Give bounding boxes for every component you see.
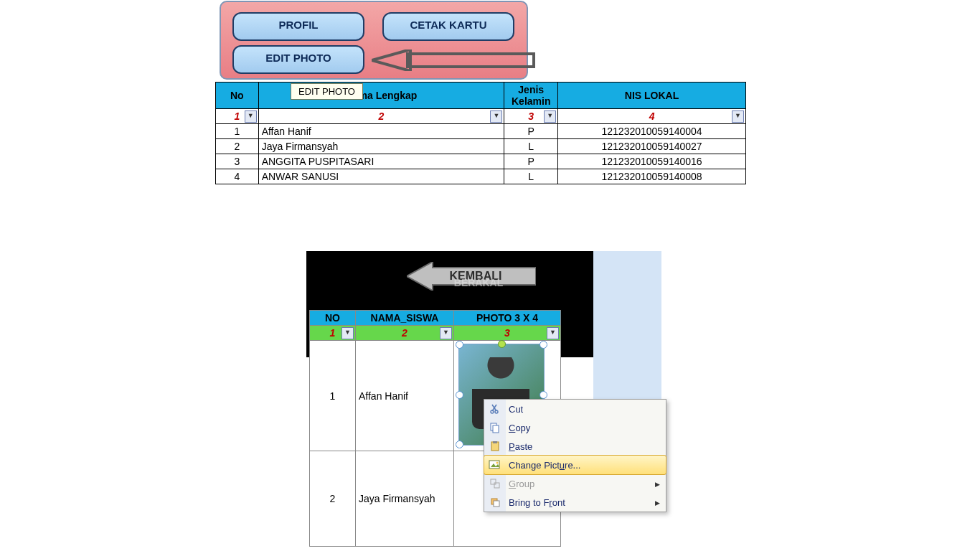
svg-rect-14 <box>491 479 496 484</box>
filter-col2: 2 <box>379 110 385 122</box>
tooltip: EDIT PHOTO <box>291 83 363 100</box>
annotation-arrow-icon <box>372 50 537 71</box>
group-icon <box>487 476 503 491</box>
table-row[interactable]: 3 ANGGITA PUSPITASARI P 1212320100591400… <box>216 154 746 169</box>
svg-marker-1 <box>372 50 410 71</box>
menu-copy[interactable]: Copy <box>484 418 666 437</box>
filter-col3: 3 <box>528 110 534 122</box>
menu-paste[interactable]: Paste <box>484 437 666 456</box>
picture-context-menu: Cut Copy Paste Change Picture... Group <box>484 399 666 512</box>
filter-dropdown-icon[interactable]: ▼ <box>732 110 744 123</box>
filter-dropdown-icon[interactable]: ▼ <box>490 110 502 123</box>
resize-handle[interactable] <box>540 391 547 399</box>
photo-sheet-area: KEMBALI BERAKAL NO NAMA_SISWA PHOTO 3 X … <box>306 251 661 551</box>
menu-change-picture[interactable]: Change Picture... <box>484 455 666 475</box>
table-row[interactable]: 1 Affan Hanif P 121232010059140004 <box>216 124 746 139</box>
menu-group: Group ▶ <box>484 474 666 493</box>
change-picture-icon <box>487 457 503 473</box>
col-header-photo: PHOTO 3 X 4 <box>454 311 561 326</box>
menu-label: Bring to Front <box>509 497 565 508</box>
paste-icon <box>487 438 503 454</box>
col-header-nama-siswa: NAMA_SISWA <box>356 311 454 326</box>
menu-label: Change Picture... <box>509 460 580 471</box>
menu-bring-to-front[interactable]: Bring to Front ▶ <box>484 493 666 512</box>
filter-dropdown-icon[interactable]: ▼ <box>341 327 354 339</box>
filter-dropdown-icon[interactable]: ▼ <box>245 110 257 123</box>
rotate-handle[interactable] <box>498 340 506 348</box>
menu-label: Cut <box>509 404 523 415</box>
submenu-arrow-icon: ▶ <box>655 481 660 488</box>
svg-text:BERAKAL: BERAKAL <box>454 277 504 288</box>
col-header-nis: NIS LOKAL <box>558 83 746 109</box>
filter-dropdown-icon[interactable]: ▼ <box>440 327 452 339</box>
svg-rect-15 <box>494 483 499 488</box>
table-row[interactable]: 2 Jaya Firmansyah L 121232010059140027 <box>216 139 746 154</box>
svg-rect-10 <box>493 441 497 443</box>
submenu-arrow-icon: ▶ <box>655 499 660 507</box>
filter-dropdown-icon[interactable]: ▼ <box>544 110 556 123</box>
svg-point-13 <box>496 462 499 464</box>
menu-label: Group <box>509 479 534 489</box>
action-panel: PROFIL CETAK KARTU EDIT PHOTO <box>220 1 528 80</box>
cut-icon <box>487 401 503 417</box>
resize-handle[interactable] <box>456 391 463 399</box>
copy-icon <box>487 420 503 435</box>
svg-point-6 <box>495 410 498 413</box>
cetak-kartu-button[interactable]: CETAK KARTU <box>382 12 514 41</box>
svg-point-5 <box>491 410 494 413</box>
svg-rect-17 <box>494 501 499 507</box>
resize-handle[interactable] <box>456 441 463 448</box>
filter-col1: 1 <box>234 110 240 122</box>
filter-col3: 3 <box>504 327 510 339</box>
svg-rect-0 <box>407 54 534 67</box>
col-header-no: NO <box>310 311 356 326</box>
filter-col2: 2 <box>402 327 407 339</box>
menu-label: Copy <box>509 423 530 433</box>
table-row[interactable]: 4 ANWAR SANUSI L 121232010059140008 <box>216 169 746 184</box>
menu-cut[interactable]: Cut <box>484 400 666 418</box>
menu-label: Paste <box>509 441 532 452</box>
profil-button[interactable]: PROFIL <box>232 12 364 41</box>
svg-rect-8 <box>493 425 499 433</box>
bring-front-icon <box>487 494 503 510</box>
filter-col4: 4 <box>649 110 655 122</box>
edit-photo-button[interactable]: EDIT PHOTO <box>232 45 364 74</box>
col-header-jenis-kelamin: Jenis Kelamin <box>504 83 558 109</box>
kembali-button[interactable]: KEMBALI BERAKAL <box>407 262 536 291</box>
filter-col1: 1 <box>330 327 336 339</box>
resize-handle[interactable] <box>540 341 547 349</box>
resize-handle[interactable] <box>456 341 463 349</box>
filter-dropdown-icon[interactable]: ▼ <box>547 327 559 339</box>
col-header-no: No <box>216 83 259 109</box>
